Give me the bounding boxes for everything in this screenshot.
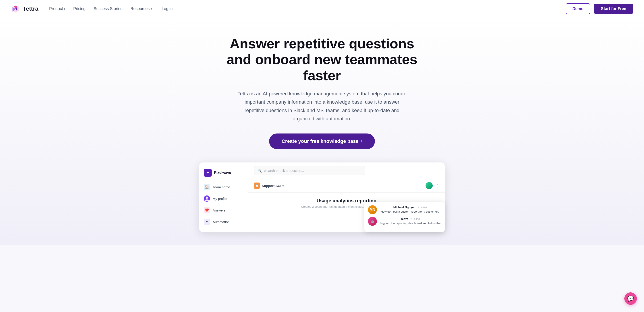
chat-content-2: Tettra 2:56 PM Log into the reporting da… xyxy=(379,217,441,225)
search-input[interactable]: Search or ask a question... xyxy=(264,169,304,172)
avatar xyxy=(426,182,433,189)
chat-content-1: Michael Nguyen 2:48 PM How do I pull a c… xyxy=(379,205,441,214)
chat-time-2: 2:56 PM xyxy=(410,218,420,220)
chat-text-1: How do I pull a custom report for a cust… xyxy=(379,210,441,214)
hero-subtitle: Tettra is an AI-powered knowledge manage… xyxy=(237,90,407,123)
chat-time-1: 2:48 PM xyxy=(418,206,427,209)
resources-chevron-icon: ▾ xyxy=(150,7,152,10)
nav-product[interactable]: Product ▾ xyxy=(49,6,65,11)
search-input-wrap[interactable]: 🔍 Search or ask a question... xyxy=(254,166,365,175)
brand-name: Pixelwave xyxy=(214,171,231,175)
content-tag: 📋 Support SOPs xyxy=(254,182,426,189)
hero-section: Answer repetitive questions and onboard … xyxy=(0,18,644,245)
sidebar-brand: ✦ Pixelwave xyxy=(199,167,248,181)
more-options-button[interactable]: ⋮ xyxy=(435,183,439,188)
nav-resources[interactable]: Resources ▾ xyxy=(130,6,152,11)
cta-button[interactable]: Create your free knowledge base › xyxy=(269,134,375,149)
sidebar-item-team-home[interactable]: 🏠 Team home xyxy=(199,181,248,193)
michael-avatar: MN xyxy=(368,205,377,214)
brand-icon: ✦ xyxy=(204,169,212,177)
content-header: 📋 Support SOPs ⋮ xyxy=(248,179,445,192)
chat-name-2: Tettra xyxy=(400,217,408,221)
sidebar: ✦ Pixelwave 🏠 Team home My profile ❤️ xyxy=(199,162,248,232)
chat-overlay: MN Michael Nguyen 2:48 PM How do I pull … xyxy=(364,202,445,232)
app-preview-container: ✦ Pixelwave 🏠 Team home My profile ❤️ xyxy=(199,162,445,232)
search-bar-area: 🔍 Search or ask a question... xyxy=(248,162,445,179)
nav-success-stories[interactable]: Success Stories xyxy=(94,6,122,11)
profile-icon xyxy=(204,195,210,202)
chat-message-2: 🤖 Tettra 2:56 PM Log into the reporting … xyxy=(368,217,441,226)
chat-name-1: Michael Nguyen xyxy=(394,206,416,209)
chat-message-1: MN Michael Nguyen 2:48 PM How do I pull … xyxy=(368,205,441,214)
support-sops-icon: 📋 xyxy=(254,182,260,189)
nav-links: Product ▾ Pricing Success Stories Resour… xyxy=(49,6,566,11)
automation-icon: ✦ xyxy=(204,219,210,225)
logo[interactable]: Tettra xyxy=(11,4,38,14)
start-button[interactable]: Start for Free xyxy=(594,4,633,14)
nav-actions: Demo Start for Free xyxy=(566,3,633,14)
nav-pricing[interactable]: Pricing xyxy=(73,6,86,11)
sidebar-item-automation[interactable]: ✦ Automation xyxy=(199,216,248,228)
logo-text: Tettra xyxy=(23,5,38,12)
sidebar-item-answers[interactable]: ❤️ Answers xyxy=(199,204,248,216)
chat-bubble-button[interactable]: 💬 xyxy=(624,292,637,305)
svg-point-1 xyxy=(206,197,208,199)
chat-bubble-icon: 💬 xyxy=(627,296,634,302)
nav-login[interactable]: Log in xyxy=(160,6,174,11)
demo-button[interactable]: Demo xyxy=(566,3,590,14)
navbar: Tettra Product ▾ Pricing Success Stories… xyxy=(0,0,644,18)
product-chevron-icon: ▾ xyxy=(64,7,65,10)
tettra-avatar: 🤖 xyxy=(368,217,377,226)
chat-text-2: Log into the reporting dashboard and fol… xyxy=(379,221,441,225)
hero-title: Answer repetitive questions and onboard … xyxy=(222,36,422,83)
answers-icon: ❤️ xyxy=(204,207,210,213)
logo-icon xyxy=(11,4,20,14)
home-icon: 🏠 xyxy=(204,184,210,190)
search-icon: 🔍 xyxy=(258,168,262,173)
content-header-actions: ⋮ xyxy=(426,182,439,189)
sidebar-item-my-profile[interactable]: My profile xyxy=(199,193,248,204)
